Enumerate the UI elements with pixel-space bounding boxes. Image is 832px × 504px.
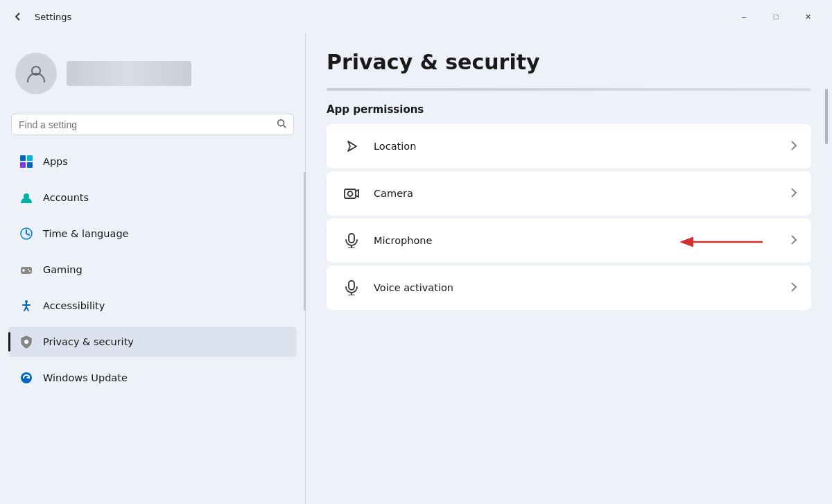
titlebar-left: Settings xyxy=(8,7,71,26)
sidebar-item-privacy[interactable]: Privacy & security xyxy=(8,327,297,357)
sidebar-item-time[interactable]: Time & language xyxy=(8,218,297,249)
svg-line-2 xyxy=(284,125,286,128)
location-chevron xyxy=(790,140,797,153)
section-header: App permissions xyxy=(327,103,811,116)
sidebar-item-gaming-label: Gaming xyxy=(43,264,83,275)
svg-point-12 xyxy=(28,269,29,270)
svg-marker-21 xyxy=(348,141,356,151)
accessibility-icon xyxy=(18,297,35,314)
svg-point-13 xyxy=(29,270,31,272)
close-button[interactable]: ✕ xyxy=(792,6,824,28)
svg-rect-5 xyxy=(20,162,26,168)
scroll-top-indicator xyxy=(327,88,811,91)
back-button[interactable] xyxy=(8,7,28,26)
app-title: Settings xyxy=(35,12,71,22)
microphone-card[interactable]: Microphone xyxy=(327,218,811,263)
svg-rect-11 xyxy=(22,270,25,271)
avatar xyxy=(15,53,57,94)
voice-chevron xyxy=(790,281,797,295)
app-body: Apps Accounts Time & language xyxy=(0,33,832,504)
sidebar-item-gaming[interactable]: Gaming xyxy=(8,254,297,285)
main-scrollbar[interactable] xyxy=(825,89,828,144)
svg-point-20 xyxy=(21,372,32,383)
red-arrow-annotation xyxy=(679,229,770,252)
sidebar-item-accounts[interactable]: Accounts xyxy=(8,182,297,213)
svg-rect-6 xyxy=(27,162,33,168)
svg-line-18 xyxy=(26,307,28,311)
sidebar: Apps Accounts Time & language xyxy=(0,33,305,504)
privacy-icon xyxy=(18,333,35,350)
svg-rect-3 xyxy=(20,155,26,161)
window-controls: – □ ✕ xyxy=(728,6,824,28)
sidebar-item-apps[interactable]: Apps xyxy=(8,146,297,177)
user-name-bar xyxy=(67,61,191,86)
sidebar-item-accounts-label: Accounts xyxy=(43,192,89,203)
user-profile[interactable] xyxy=(8,44,297,108)
svg-point-1 xyxy=(278,120,284,126)
voice-label: Voice activation xyxy=(374,282,790,293)
gaming-icon xyxy=(18,261,35,278)
sidebar-item-update[interactable]: Windows Update xyxy=(8,363,297,393)
svg-rect-29 xyxy=(349,281,354,290)
svg-rect-22 xyxy=(345,189,356,198)
camera-card[interactable]: Camera xyxy=(327,171,811,216)
sidebar-item-update-label: Windows Update xyxy=(43,372,128,383)
location-label: Location xyxy=(374,141,790,152)
svg-rect-24 xyxy=(349,234,354,243)
location-icon xyxy=(340,135,363,157)
search-icon xyxy=(277,119,286,130)
search-box[interactable] xyxy=(11,114,294,135)
microphone-chevron xyxy=(790,234,797,247)
time-icon xyxy=(18,225,35,242)
sidebar-item-accessibility-label: Accessibility xyxy=(43,300,105,311)
camera-chevron xyxy=(790,187,797,200)
svg-rect-4 xyxy=(27,155,33,161)
svg-point-19 xyxy=(24,340,28,344)
microphone-icon xyxy=(340,229,363,252)
voice-card[interactable]: Voice activation xyxy=(327,266,811,310)
voice-icon xyxy=(340,277,363,299)
sidebar-item-apps-label: Apps xyxy=(43,156,68,167)
page-title: Privacy & security xyxy=(327,50,811,74)
update-icon xyxy=(18,370,35,386)
svg-point-23 xyxy=(348,191,353,196)
sidebar-item-time-label: Time & language xyxy=(43,228,129,239)
titlebar: Settings – □ ✕ xyxy=(0,0,832,33)
sidebar-item-privacy-label: Privacy & security xyxy=(43,336,134,347)
accounts-icon xyxy=(18,189,35,206)
camera-label: Camera xyxy=(374,188,790,199)
search-input[interactable] xyxy=(19,119,271,130)
main-content: Privacy & security App permissions Locat… xyxy=(306,33,832,504)
minimize-button[interactable]: – xyxy=(728,6,760,28)
apps-icon xyxy=(18,153,35,170)
location-card[interactable]: Location xyxy=(327,124,811,168)
sidebar-item-accessibility[interactable]: Accessibility xyxy=(8,290,297,321)
camera-icon xyxy=(340,182,363,205)
maximize-button[interactable]: □ xyxy=(760,6,792,28)
